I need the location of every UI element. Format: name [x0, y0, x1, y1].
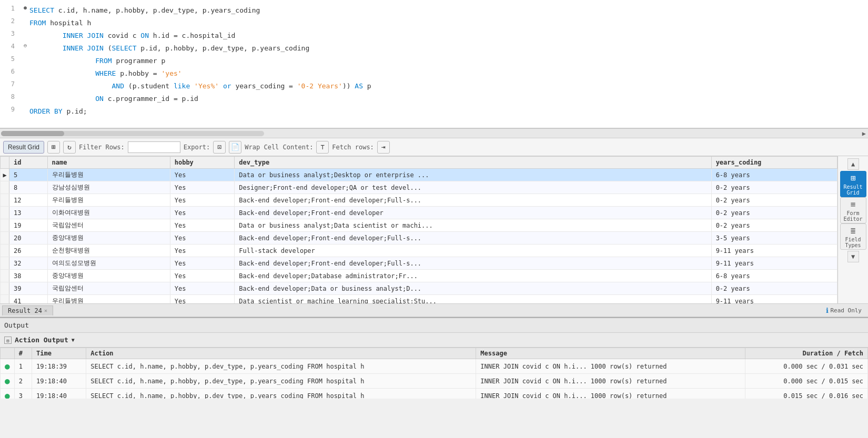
- grid-view-icon-btn[interactable]: ⊞: [47, 141, 60, 154]
- line-content: WHERE p.hobby = 'yes': [29, 68, 868, 79]
- cell-dev_type[interactable]: Back-end developer;Front-end developer;F…: [235, 194, 711, 207]
- table-row[interactable]: 13이화여대병원YesBack-end developer;Front-end …: [1, 207, 837, 219]
- sql-line: 2FROM hospital h: [0, 17, 868, 29]
- side-panel-btn-result-grid[interactable]: ⊞Result Grid: [840, 171, 866, 197]
- refresh-icon-btn[interactable]: ↻: [63, 141, 76, 154]
- cell-id[interactable]: 32: [9, 257, 48, 270]
- cell-dev_type[interactable]: Back-end developer;Database administrato…: [235, 270, 711, 282]
- table-row[interactable]: 32여의도성모병원YesBack-end developer;Front-end…: [1, 257, 837, 270]
- cell-dev_type[interactable]: Data or business analyst;Desktop or ente…: [235, 169, 711, 181]
- cell-name[interactable]: 순천향대병원: [47, 245, 170, 257]
- result-table-container[interactable]: id name hobby dev_type years_coding ▶5우리…: [0, 156, 837, 303]
- cell-years_coding[interactable]: 0-2 years: [711, 207, 837, 219]
- result-grid-button[interactable]: Result Grid: [3, 141, 44, 154]
- cell-id[interactable]: 8: [9, 181, 48, 194]
- table-row[interactable]: 41우리들병원YesData scientist or machine lear…: [1, 295, 837, 304]
- cell-dev_type[interactable]: Full-stack developer: [235, 245, 711, 257]
- cell-name[interactable]: 강남성심병원: [47, 181, 170, 194]
- wrap-icon[interactable]: ⊤: [316, 141, 329, 154]
- cell-years_coding[interactable]: 6-8 years: [711, 169, 837, 181]
- cell-name[interactable]: 여의도성모병원: [47, 257, 170, 270]
- cell-name[interactable]: 우리들병원: [47, 169, 170, 181]
- table-row[interactable]: 38중앙대병원YesBack-end developer;Database ad…: [1, 270, 837, 282]
- cell-name[interactable]: 중앙대병원: [47, 232, 170, 245]
- export-table-icon[interactable]: ⊡: [213, 141, 226, 154]
- filter-input[interactable]: [128, 141, 180, 153]
- action-output-dropdown-icon[interactable]: ▼: [72, 337, 75, 343]
- sql-line: 3 INNER JOIN covid c ON h.id = c.hospita…: [0, 29, 868, 42]
- cell-id[interactable]: 20: [9, 232, 48, 245]
- cell-hobby[interactable]: Yes: [170, 207, 235, 219]
- table-row[interactable]: 19국립암센터YesData or business analyst;Data …: [1, 219, 837, 232]
- cell-id[interactable]: 39: [9, 282, 48, 295]
- result-tabs-bar: Result 24 ✕ ℹ Read Only: [0, 303, 868, 317]
- cell-years_coding[interactable]: 9-11 years: [711, 245, 837, 257]
- cell-name[interactable]: 중앙대병원: [47, 270, 170, 282]
- cell-years_coding[interactable]: 9-11 years: [711, 257, 837, 270]
- cell-hobby[interactable]: Yes: [170, 282, 235, 295]
- scroll-thumb[interactable]: [1, 131, 64, 136]
- cell-id[interactable]: 12: [9, 194, 48, 207]
- cell-id[interactable]: 5: [9, 169, 48, 181]
- table-row[interactable]: 39국립암센터YesBack-end developer;Data or bus…: [1, 282, 837, 295]
- line-dot[interactable]: ⊖: [21, 43, 29, 48]
- cell-id[interactable]: 41: [9, 295, 48, 304]
- table-row[interactable]: 8강남성심병원YesDesigner;Front-end developer;Q…: [1, 181, 837, 194]
- side-panel-btn-field-types[interactable]: ≣Field Types: [840, 223, 866, 250]
- cell-years_coding[interactable]: 0-2 years: [711, 282, 837, 295]
- table-row[interactable]: ▶5우리들병원YesData or business analyst;Deskt…: [1, 169, 837, 181]
- cell-dev_type[interactable]: Data or business analyst;Data scientist …: [235, 219, 711, 232]
- export-file-icon[interactable]: 📄: [229, 141, 241, 154]
- results-section: Result Grid ⊞ ↻ Filter Rows: Export: ⊡ 📄…: [0, 138, 868, 317]
- output-time: 19:18:40: [32, 389, 86, 399]
- cell-name[interactable]: 국립암센터: [47, 219, 170, 232]
- cell-years_coding[interactable]: 6-8 years: [711, 270, 837, 282]
- cell-dev_type[interactable]: Back-end developer;Data or business anal…: [235, 282, 711, 295]
- cell-hobby[interactable]: Yes: [170, 232, 235, 245]
- table-row[interactable]: 26순천향대병원YesFull-stack developer9-11 year…: [1, 245, 837, 257]
- cell-years_coding[interactable]: 0-2 years: [711, 219, 837, 232]
- cell-id[interactable]: 26: [9, 245, 48, 257]
- cell-name[interactable]: 이화여대병원: [47, 207, 170, 219]
- cell-years_coding[interactable]: 3-5 years: [711, 232, 837, 245]
- horizontal-scrollbar[interactable]: ▶: [0, 129, 868, 138]
- cell-hobby[interactable]: Yes: [170, 219, 235, 232]
- cell-name[interactable]: 국립암센터: [47, 282, 170, 295]
- cell-years_coding[interactable]: 9-11 years: [711, 295, 837, 304]
- sql-line: 8 ON c.programmer_id = p.id: [0, 93, 868, 105]
- result-tab[interactable]: Result 24 ✕: [2, 305, 53, 315]
- cell-dev_type[interactable]: Back-end developer;Front-end developer: [235, 207, 711, 219]
- cell-hobby[interactable]: Yes: [170, 169, 235, 181]
- scroll-track[interactable]: [1, 131, 264, 136]
- cell-hobby[interactable]: Yes: [170, 257, 235, 270]
- cell-dev_type[interactable]: Designer;Front-end developer;QA or test …: [235, 181, 711, 194]
- cell-hobby[interactable]: Yes: [170, 270, 235, 282]
- cell-hobby[interactable]: Yes: [170, 181, 235, 194]
- table-row[interactable]: 12우리들병원YesBack-end developer;Front-end d…: [1, 194, 837, 207]
- scroll-down-btn[interactable]: ▼: [847, 251, 859, 262]
- cell-id[interactable]: 13: [9, 207, 48, 219]
- cell-years_coding[interactable]: 0-2 years: [711, 194, 837, 207]
- row-marker: [1, 181, 9, 194]
- cell-id[interactable]: 19: [9, 219, 48, 232]
- result-toolbar: Result Grid ⊞ ↻ Filter Rows: Export: ⊡ 📄…: [0, 138, 868, 156]
- cell-dev_type[interactable]: Back-end developer;Front-end developer;F…: [235, 257, 711, 270]
- cell-name[interactable]: 우리들병원: [47, 295, 170, 304]
- line-dot[interactable]: ●: [21, 5, 29, 11]
- cell-id[interactable]: 38: [9, 270, 48, 282]
- cell-dev_type[interactable]: Data scientist or machine learning speci…: [235, 295, 711, 304]
- cell-name[interactable]: 우리들병원: [47, 194, 170, 207]
- result-tab-close[interactable]: ✕: [44, 308, 47, 313]
- cell-years_coding[interactable]: 0-2 years: [711, 181, 837, 194]
- fetch-icon[interactable]: ⇥: [377, 141, 390, 154]
- cell-hobby[interactable]: Yes: [170, 295, 235, 304]
- cell-dev_type[interactable]: Back-end developer;Front-end developer;F…: [235, 232, 711, 245]
- output-col-status: [1, 348, 15, 359]
- sql-line: 5 FROM programmer p: [0, 55, 868, 67]
- cell-hobby[interactable]: Yes: [170, 194, 235, 207]
- side-panel-btn-form-editor[interactable]: ≡Form Editor: [840, 197, 866, 223]
- table-row[interactable]: 20중앙대병원YesBack-end developer;Front-end d…: [1, 232, 837, 245]
- cell-hobby[interactable]: Yes: [170, 245, 235, 257]
- scroll-right-arrow[interactable]: ▶: [862, 130, 866, 137]
- scroll-up-btn[interactable]: ▲: [847, 158, 859, 170]
